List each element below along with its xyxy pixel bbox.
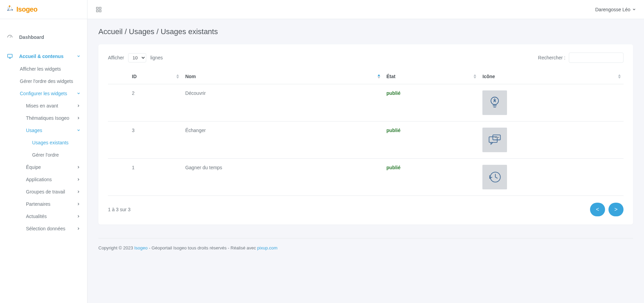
cell-id: 1 xyxy=(132,165,135,170)
page-length-select[interactable]: 10 xyxy=(128,53,146,62)
usages-table-card: Afficher 10 lignes Rechercher : xyxy=(98,44,633,225)
table-row[interactable]: 3 Échanger publié xyxy=(108,121,624,159)
chevron-right-icon xyxy=(77,103,80,109)
col-expand xyxy=(108,69,128,84)
chevron-right-icon xyxy=(77,177,80,182)
table-row[interactable]: 2 Découvrir publié xyxy=(108,84,624,121)
sidebar-item-mises-en-avant[interactable]: Mises en avant xyxy=(0,100,87,112)
chevron-down-icon xyxy=(77,91,80,96)
sort-icon xyxy=(618,74,621,79)
sidebar-item-configurer-widgets[interactable]: Configurer les widgets xyxy=(0,87,87,100)
cell-nom: Échanger xyxy=(185,128,206,133)
cell-etat: publié xyxy=(386,128,400,133)
logo-text: Isogeo xyxy=(16,5,37,13)
chevron-right-icon xyxy=(77,214,80,219)
row-icon-chat-icon xyxy=(482,128,507,152)
sidebar-label-equipe: Équipe xyxy=(26,164,41,170)
col-nom[interactable]: Nom xyxy=(182,69,383,84)
sidebar-label-usages-existants: Usages existants xyxy=(32,140,69,145)
page-length: Afficher 10 lignes xyxy=(108,53,163,62)
svg-rect-9 xyxy=(96,7,98,9)
sidebar-label-partenaires: Partenaires xyxy=(26,201,51,207)
row-icon-bulb-icon xyxy=(482,90,507,115)
cell-id: 3 xyxy=(132,128,135,133)
sidebar-item-groupes-travail[interactable]: Groupes de travail xyxy=(0,186,87,198)
show-suffix: lignes xyxy=(150,55,163,60)
sidebar-label-actualites: Actualités xyxy=(26,214,47,219)
chevron-right-icon xyxy=(77,189,80,194)
table-info: 1 à 3 sur 3 xyxy=(108,207,131,212)
sidebar-label-groupes-travail: Groupes de travail xyxy=(26,189,65,194)
next-page-button[interactable]: > xyxy=(608,203,624,216)
search-input[interactable] xyxy=(569,53,624,63)
cell-nom: Découvrir xyxy=(185,90,206,96)
cell-nom: Gagner du temps xyxy=(185,165,222,170)
sidebar-item-usages-existants[interactable]: Usages existants xyxy=(0,136,87,149)
sidebar-item-accueil[interactable]: Accueil & contenus xyxy=(0,50,87,63)
user-name: Darengosse Léo xyxy=(595,7,630,12)
chevron-right-icon xyxy=(77,226,80,231)
sidebar-item-afficher-widgets[interactable]: Afficher les widgets xyxy=(0,63,87,75)
sidebar-label-applications: Applications xyxy=(26,177,52,182)
sidebar-item-equipe[interactable]: Équipe xyxy=(0,161,87,173)
footer-pixup-link[interactable]: pixup.com xyxy=(257,245,277,250)
svg-rect-10 xyxy=(99,7,101,9)
prev-page-button[interactable]: < xyxy=(590,203,605,216)
sidebar-label-usages: Usages xyxy=(26,128,42,133)
sort-icon xyxy=(474,74,476,79)
chevron-right-icon xyxy=(77,164,80,170)
sidebar-item-selection-donnees[interactable]: Sélection données xyxy=(0,222,87,235)
sidebar-item-applications[interactable]: Applications xyxy=(0,173,87,186)
sidebar-label-accueil: Accueil & contenus xyxy=(19,54,64,59)
user-menu[interactable]: Darengosse Léo xyxy=(595,7,636,12)
sidebar-item-partenaires[interactable]: Partenaires xyxy=(0,198,87,210)
table-row[interactable]: 1 Gagner du temps publié xyxy=(108,159,624,196)
sidebar-item-usages[interactable]: Usages xyxy=(0,124,87,136)
chevron-right-icon xyxy=(77,201,80,207)
sidebar-label-gerer-ordre: Gérer l'ordre xyxy=(32,152,59,158)
sidebar-item-dashboard[interactable]: Dashboard xyxy=(0,31,87,44)
sort-asc-icon xyxy=(378,74,380,79)
sidebar-label-dashboard: Dashboard xyxy=(19,34,44,40)
svg-rect-6 xyxy=(8,54,12,57)
cell-etat: publié xyxy=(386,165,400,170)
svg-rect-11 xyxy=(96,10,98,12)
svg-point-1 xyxy=(9,5,10,7)
footer-copyright: Copyright © 2023 xyxy=(98,245,134,250)
sidebar-label-configurer-widgets: Configurer les widgets xyxy=(20,91,67,96)
sidebar-label-thematiques-isogeo: Thématiques Isogeo xyxy=(26,115,69,121)
dashboard-icon xyxy=(7,34,13,40)
col-icone[interactable]: Icône xyxy=(479,69,624,84)
footer-middle: - Géoportail Isogeo tous droits réservés… xyxy=(148,245,257,250)
logo-mark-icon xyxy=(7,5,15,14)
sidebar-label-afficher-widgets: Afficher les widgets xyxy=(20,66,61,72)
row-icon-clock-icon xyxy=(482,165,507,189)
sidebar-item-gerer-ordre[interactable]: Gérer l'ordre xyxy=(0,149,87,161)
footer: Copyright © 2023 Isogeo - Géoportail Iso… xyxy=(98,238,633,250)
sidebar-item-thematiques-isogeo[interactable]: Thématiques Isogeo xyxy=(0,112,87,124)
breadcrumb: Accueil / Usages / Usages existants xyxy=(98,27,633,36)
sidebar-label-mises-en-avant: Mises en avant xyxy=(26,103,58,109)
sidebar-item-actualites[interactable]: Actualités xyxy=(0,210,87,222)
col-id[interactable]: ID xyxy=(128,69,182,84)
logo[interactable]: Isogeo xyxy=(0,0,87,19)
svg-rect-12 xyxy=(99,10,101,12)
sidebar-label-gerer-ordre-widgets: Gérer l'ordre des widgets xyxy=(20,78,73,84)
chevron-down-icon xyxy=(632,7,636,12)
cell-etat: publié xyxy=(386,90,400,96)
footer-brand-link[interactable]: Isogeo xyxy=(134,245,148,250)
monitor-icon xyxy=(7,53,13,59)
sidebar-label-selection-donnees: Sélection données xyxy=(26,226,65,231)
svg-line-4 xyxy=(8,7,10,10)
chevron-down-icon xyxy=(77,128,80,133)
sidebar-item-gerer-ordre-widgets[interactable]: Gérer l'ordre des widgets xyxy=(0,75,87,87)
col-etat[interactable]: État xyxy=(383,69,479,84)
chevron-down-icon xyxy=(77,54,80,59)
cell-id: 2 xyxy=(132,90,135,96)
sort-icon xyxy=(176,74,179,79)
search-label: Rechercher : xyxy=(538,55,565,60)
apps-grid-icon[interactable] xyxy=(96,6,102,13)
chevron-right-icon xyxy=(77,115,80,121)
show-prefix: Afficher xyxy=(108,55,124,60)
